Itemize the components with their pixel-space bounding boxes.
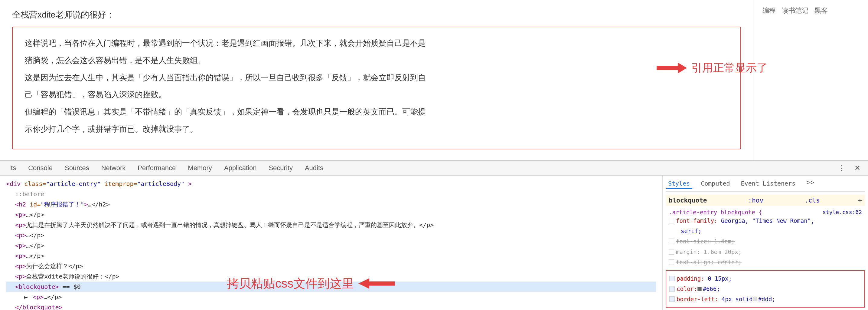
selector-pseudo[interactable]: :hov bbox=[748, 197, 763, 204]
blockquote-line-5: 但编程的「错误讯息」其实是「不带情绪」的「真实反馈」，如果定神一看，会发现也只是… bbox=[25, 105, 728, 119]
dom-line-p-long: <p>尤其是在折腾了大半天仍然解决不了问题，或者遇到一直出错的情况，真想摔键盘、… bbox=[6, 220, 656, 230]
arrow-right-icon bbox=[657, 63, 687, 74]
blockquote-line-1: 这样说吧，当各位在入门编程时，最常遇到的一个状况：老是遇到红画面报错。几次下来，… bbox=[25, 36, 728, 51]
dom-line-p-4: <p>…</p> bbox=[6, 251, 656, 261]
rule-selector: .article-entry blockquote { bbox=[669, 209, 762, 216]
bottom-area: <div class="article-entry" itemprop="art… bbox=[0, 176, 868, 310]
prop-checkbox-text-align[interactable] bbox=[669, 259, 674, 265]
tab-performance[interactable]: Performance bbox=[131, 162, 182, 174]
prop-checkbox-padding[interactable] bbox=[669, 276, 675, 281]
prop-font-family: font-family: Georgia, "Times New Roman", bbox=[669, 216, 862, 226]
blockquote-line-3: 这是因为过去在人生中，其实是「少有人当面指出你的错误」，所以一旦自己收到很多「反… bbox=[25, 71, 728, 85]
rule-source[interactable]: style.css:62 bbox=[823, 209, 862, 215]
prop-checkbox-font-size[interactable] bbox=[669, 238, 674, 244]
tab-audits[interactable]: Audits bbox=[299, 162, 329, 174]
right-panel: 编程 读书笔记 黑客 引用正常显示了 bbox=[753, 0, 868, 160]
color-swatch-ddd[interactable] bbox=[753, 297, 757, 301]
tab-memory[interactable]: Memory bbox=[182, 162, 218, 174]
prop-font-family-cont: serif; bbox=[669, 226, 862, 236]
blockquote-line-2: 猪脑袋，怎么会这么容易出错，是不是人生失败组。 bbox=[25, 54, 728, 68]
intro-text: 全栈营xdite老师说的很好： bbox=[12, 9, 741, 21]
rule-selector-line: .article-entry blockquote { style.css:62 bbox=[669, 209, 862, 216]
prop-checkbox-font-family[interactable] bbox=[669, 218, 674, 223]
dom-line-blockquote-close: </blockquote> bbox=[6, 302, 656, 310]
annotation-text: 引用正常显示了 bbox=[691, 60, 768, 75]
prop-checkbox-border-left[interactable] bbox=[669, 297, 675, 302]
article-area: 全栈营xdite老师说的很好： 这样说吧，当各位在入门编程时，最常遇到的一个状况… bbox=[0, 0, 753, 160]
prop-margin: margin: 1.6em 20px; bbox=[669, 247, 862, 257]
tab-event-listeners[interactable]: Event Listeners bbox=[739, 179, 798, 189]
top-area: 全栈营xdite老师说的很好： 这样说吧，当各位在入门编程时，最常遇到的一个状况… bbox=[0, 0, 868, 161]
section-heading: 人生又何尝不是如此 bbox=[12, 158, 741, 160]
color-swatch-666[interactable] bbox=[698, 287, 702, 291]
tab-application[interactable]: Application bbox=[218, 162, 263, 174]
prop-padding: padding: 0 15px; bbox=[669, 273, 861, 284]
prop-color: color: #666; bbox=[669, 284, 861, 294]
tab-network[interactable]: Network bbox=[95, 162, 132, 174]
tab-computed[interactable]: Computed bbox=[698, 179, 732, 189]
tab-styles[interactable]: Styles bbox=[666, 179, 692, 189]
styles-panel: Styles Computed Event Listeners >> block… bbox=[662, 176, 868, 310]
tag-div[interactable]: <div bbox=[6, 180, 21, 188]
selector-plus[interactable]: + bbox=[858, 196, 862, 204]
dom-line-p-why: <p>为什么会这样？</p> bbox=[6, 261, 656, 271]
prop-border-left: border-left: 4px solid #ddd; bbox=[669, 294, 861, 304]
blockquote-box: 这样说吧，当各位在入门编程时，最常遇到的一个状况：老是遇到红画面报错。几次下来，… bbox=[12, 27, 741, 149]
dom-line-p-1: <p>…</p> bbox=[6, 209, 656, 220]
tab-sources[interactable]: Sources bbox=[59, 162, 95, 174]
tab-styles-more[interactable]: >> bbox=[807, 179, 814, 189]
dom-line-p-3: <p>…</p> bbox=[6, 241, 656, 251]
bottom-annotation-container: 拷贝粘贴css文件到这里 bbox=[227, 275, 395, 292]
selector-name: blockquote bbox=[669, 197, 707, 204]
styles-tabs: Styles Computed Event Listeners >> bbox=[666, 179, 865, 192]
selector-row: blockquote :hov .cls + bbox=[666, 195, 865, 206]
arrow-left-icon bbox=[359, 278, 395, 289]
close-devtools-button[interactable]: ✕ bbox=[850, 161, 865, 175]
tab-its[interactable]: Its bbox=[3, 162, 22, 174]
annotation-container: 引用正常显示了 bbox=[657, 60, 768, 75]
devtools-bar: Its Console Sources Network Performance … bbox=[0, 161, 868, 176]
prop-checkbox-margin[interactable] bbox=[669, 249, 674, 255]
tab-security[interactable]: Security bbox=[262, 162, 299, 174]
prop-checkbox-color[interactable] bbox=[669, 286, 675, 291]
blockquote-line-6: 示你少打几个字，或拼错字而已。改掉就没事了。 bbox=[25, 122, 728, 137]
dom-line-h2-1: <h2 id="程序报错了！">…</h2> bbox=[6, 199, 656, 209]
blockquote-line-4: 己「容易犯错」，容易陷入深深的挫败。 bbox=[25, 88, 728, 102]
dom-line-1: <div class="article-entry" itemprop="art… bbox=[6, 179, 656, 189]
dom-line-p-2: <p>…</p> bbox=[6, 230, 656, 241]
tag-hacker[interactable]: 黑客 bbox=[814, 6, 828, 15]
highlighted-properties-box: padding: 0 15px; color: #666; border-lef… bbox=[666, 270, 865, 308]
selector-cls[interactable]: .cls bbox=[805, 197, 820, 204]
right-panel-tags: 编程 读书笔记 黑客 bbox=[763, 6, 859, 15]
dom-line-p-inner: ► <p>…</p> bbox=[6, 292, 656, 302]
rule-block-1: .article-entry blockquote { style.css:62… bbox=[666, 208, 865, 269]
tab-console[interactable]: Console bbox=[22, 162, 59, 174]
bottom-annotation-text: 拷贝粘贴css文件到这里 bbox=[227, 275, 354, 292]
tag-programming[interactable]: 编程 bbox=[763, 6, 776, 15]
prop-font-size: font-size: 1.4em; bbox=[669, 236, 862, 247]
dom-line-pseudo: ::before bbox=[6, 189, 656, 199]
expand-arrow[interactable]: ► bbox=[24, 292, 28, 302]
tab-more-icon[interactable]: ⋮ bbox=[834, 161, 850, 175]
tag-reading[interactable]: 读书笔记 bbox=[782, 6, 808, 15]
prop-text-align: text-align: center; bbox=[669, 257, 862, 267]
